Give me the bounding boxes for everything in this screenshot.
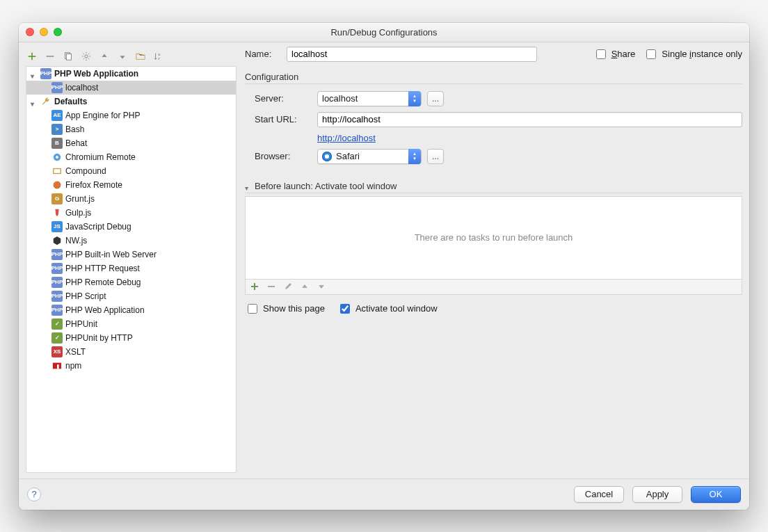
form-panel: Name: Share Single instance only Configu… xyxy=(237,47,742,473)
activate-tool-window-checkbox[interactable]: Activate tool window xyxy=(337,302,438,316)
before-launch-title: Before launch: Activate tool window xyxy=(255,181,397,191)
tree-item-label: Grunt.js xyxy=(65,193,95,204)
behat-icon: B xyxy=(51,138,63,149)
tree-item[interactable]: PHPPHP Script xyxy=(26,289,236,303)
php-web-icon: PHP xyxy=(51,305,63,316)
server-select[interactable]: localhost ▲▼ xyxy=(317,91,422,106)
apply-button[interactable]: Apply xyxy=(632,486,682,503)
close-window-icon[interactable] xyxy=(26,28,34,36)
move-up-icon[interactable] xyxy=(98,49,111,63)
tree-item-label: PHP HTTP Request xyxy=(65,263,140,274)
tree-item[interactable]: AEApp Engine for PHP xyxy=(26,108,236,122)
tree-item[interactable]: >Bash xyxy=(26,122,236,136)
activate-tool-window-checkbox-input[interactable] xyxy=(340,304,350,314)
safari-icon xyxy=(322,152,332,161)
sidebar-column: az PHPPHP Web ApplicationPHPlocalhostDef… xyxy=(26,47,237,473)
browser-label: Browser: xyxy=(255,151,310,161)
start-url-link[interactable]: http://localhost xyxy=(317,133,742,143)
config-tree[interactable]: PHPPHP Web ApplicationPHPlocalhostDefaul… xyxy=(26,66,237,473)
tree-item[interactable]: PHPPHP Remote Debug xyxy=(26,275,236,289)
copy-config-icon[interactable] xyxy=(62,49,74,63)
share-checkbox[interactable]: Share xyxy=(593,47,636,61)
task-add-icon[interactable] xyxy=(250,282,259,291)
tree-item[interactable]: Compound xyxy=(26,164,236,178)
tree-item[interactable]: GGrunt.js xyxy=(26,192,236,206)
browser-select[interactable]: Safari ▲▼ xyxy=(317,149,422,164)
tree-item[interactable]: NW.js xyxy=(26,234,236,248)
share-checkbox-input[interactable] xyxy=(596,49,606,59)
tree-item-label: PHP Script xyxy=(65,291,106,302)
tree-item[interactable]: Gulp.js xyxy=(26,206,236,220)
disclosure-icon xyxy=(31,70,38,77)
show-this-page-checkbox-input[interactable] xyxy=(248,304,257,314)
tree-item[interactable]: PHPPHP Web Application xyxy=(26,303,236,317)
npm-icon xyxy=(51,360,63,371)
task-down-icon[interactable] xyxy=(317,282,326,291)
tree-group-label: Defaults xyxy=(54,96,87,107)
minimize-window-icon[interactable] xyxy=(40,28,48,36)
tree-item[interactable]: ✓PHPUnit xyxy=(26,317,236,331)
php-icon: PHP xyxy=(51,263,63,274)
tree-item-label: Bash xyxy=(65,124,84,135)
svg-point-3 xyxy=(85,54,88,57)
tree-item[interactable]: Firefox Remote xyxy=(26,178,236,192)
browser-more-button[interactable]: ... xyxy=(427,149,444,164)
zoom-window-icon[interactable] xyxy=(54,28,62,36)
task-edit-icon[interactable] xyxy=(283,282,293,291)
task-up-icon[interactable] xyxy=(300,282,310,291)
tree-item[interactable]: npm xyxy=(26,359,236,373)
xslt-icon: XS xyxy=(51,346,63,357)
before-launch-section: Before launch: Activate tool window Ther… xyxy=(245,181,742,316)
tree-group[interactable]: PHPPHP Web Application xyxy=(26,67,236,81)
tree-item[interactable]: PHPPHP Built-in Web Server xyxy=(26,248,236,261)
disclosure-down-icon xyxy=(245,182,252,189)
before-launch-tasks-list[interactable]: There are no tasks to run before launch xyxy=(245,196,742,280)
php-icon: PHP xyxy=(51,291,63,302)
tree-item-label: JavaScript Debug xyxy=(65,221,131,232)
compound-icon xyxy=(51,166,63,177)
svg-rect-0 xyxy=(47,56,54,57)
tree-item[interactable]: PHPlocalhost xyxy=(26,81,236,95)
php-icon: PHP xyxy=(51,277,63,288)
phpunit-icon: ✓ xyxy=(51,319,63,330)
tree-group-label: PHP Web Application xyxy=(54,68,138,79)
folder-icon[interactable] xyxy=(134,49,147,63)
svg-rect-8 xyxy=(54,168,61,173)
tree-item-label: PHP Remote Debug xyxy=(65,277,141,288)
tree-item-label: localhost xyxy=(65,82,98,93)
ok-button[interactable]: OK xyxy=(691,486,741,503)
tree-group[interactable]: Defaults xyxy=(26,95,236,108)
sort-az-icon[interactable]: az xyxy=(152,49,165,63)
cancel-button[interactable]: Cancel xyxy=(574,486,624,503)
edit-defaults-icon[interactable] xyxy=(80,49,93,63)
tree-item[interactable]: JSJavaScript Debug xyxy=(26,220,236,234)
help-icon[interactable]: ? xyxy=(27,487,41,501)
server-more-button[interactable]: ... xyxy=(427,91,444,106)
name-input[interactable] xyxy=(287,47,537,62)
firefox-icon xyxy=(51,179,63,191)
window-title: Run/Debug Configurations xyxy=(19,27,749,38)
task-remove-icon[interactable] xyxy=(266,282,276,291)
single-instance-checkbox-input[interactable] xyxy=(646,49,656,59)
tree-item-label: PHP Web Application xyxy=(65,305,145,316)
tree-item[interactable]: Chromium Remote xyxy=(26,150,236,164)
show-this-page-checkbox[interactable]: Show this page xyxy=(245,302,325,316)
tree-item[interactable]: BBehat xyxy=(26,136,236,150)
tree-item[interactable]: XSXSLT xyxy=(26,345,236,359)
wrench-icon xyxy=(40,96,51,107)
before-launch-header[interactable]: Before launch: Activate tool window xyxy=(245,181,742,193)
config-grid: Server: localhost ▲▼ ... Start URL: http… xyxy=(245,91,742,164)
launch-options-row: Show this page Activate tool window xyxy=(245,302,742,316)
jsdebug-icon: JS xyxy=(51,221,63,232)
add-config-icon[interactable] xyxy=(26,49,38,63)
tree-item[interactable]: ✓PHPUnit by HTTP xyxy=(26,331,236,345)
dialog-window: Run/Debug Configurations xyxy=(19,23,749,510)
tree-item-label: Gulp.js xyxy=(65,207,91,218)
svg-rect-13 xyxy=(268,286,275,287)
remove-config-icon[interactable] xyxy=(44,49,56,63)
start-url-input[interactable] xyxy=(317,112,742,127)
move-down-icon[interactable] xyxy=(116,49,129,63)
chromium-icon xyxy=(51,152,63,163)
single-instance-checkbox[interactable]: Single instance only xyxy=(643,47,742,61)
tree-item[interactable]: PHPPHP HTTP Request xyxy=(26,261,236,275)
